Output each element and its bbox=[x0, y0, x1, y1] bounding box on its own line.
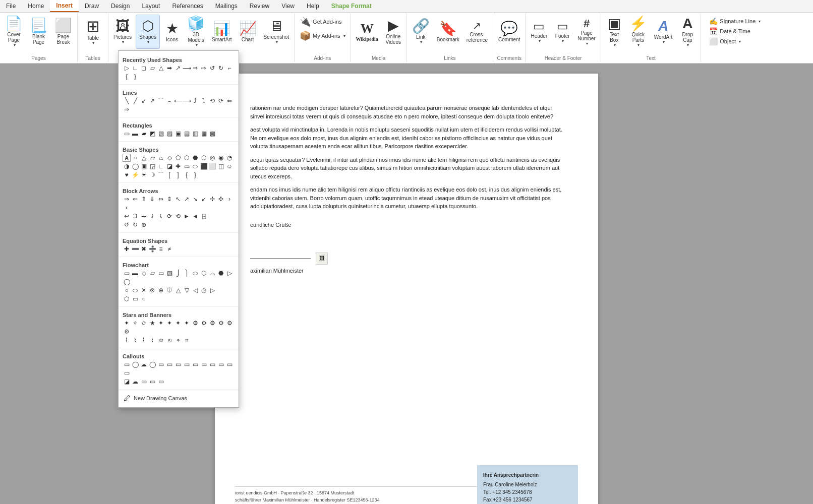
fc-cross[interactable]: ✕ bbox=[140, 286, 148, 294]
fc-multidoc[interactable]: ⎫ bbox=[183, 269, 191, 277]
rect-10[interactable]: ▦ bbox=[200, 130, 208, 138]
bs-decagon[interactable]: ◎ bbox=[208, 154, 216, 162]
co-r2[interactable]: ▭ bbox=[140, 377, 148, 386]
bs-arc[interactable]: ⌒ bbox=[157, 171, 165, 179]
fc-process[interactable]: ▭ bbox=[123, 269, 131, 277]
fc-extract[interactable]: ▽ bbox=[183, 286, 191, 294]
tab-insert[interactable]: Insert bbox=[50, 0, 79, 12]
3d-models-button[interactable]: 🧊 3DModels ▾ bbox=[184, 15, 208, 49]
banner-scroll-h[interactable]: ⌇ bbox=[131, 336, 139, 344]
line-arrow-l[interactable]: ⟵ bbox=[174, 97, 182, 105]
object-item[interactable]: ⬜ Object ▾ bbox=[707, 37, 763, 46]
table-button[interactable]: ⊞ Table ▾ bbox=[80, 15, 106, 49]
bs-lightning[interactable]: ⚡ bbox=[131, 171, 139, 179]
bs-frame[interactable]: ▣ bbox=[140, 162, 148, 170]
co-think[interactable]: ☁ bbox=[131, 377, 139, 386]
shape-corner[interactable]: ⌐ bbox=[225, 64, 234, 72]
co-accent-bar[interactable]: ▭ bbox=[208, 360, 216, 368]
tab-review[interactable]: Review bbox=[244, 0, 275, 12]
header-button[interactable]: ▭ Header ▾ bbox=[528, 15, 550, 49]
bs-pentagon[interactable]: ⬠ bbox=[174, 154, 182, 162]
bs-diag-stripe[interactable]: ◪ bbox=[165, 162, 173, 170]
ba-chevron-r[interactable]: › bbox=[225, 195, 234, 203]
co-r4[interactable]: ▭ bbox=[157, 377, 165, 386]
eq-divide[interactable]: ➗ bbox=[148, 245, 156, 253]
ba-dr[interactable]: ↘ bbox=[191, 195, 199, 203]
co-accent3[interactable]: ▭ bbox=[225, 360, 234, 368]
fc-stor[interactable]: ○ bbox=[123, 286, 131, 294]
tab-mailings[interactable]: Mailings bbox=[209, 0, 244, 12]
shape-angle[interactable]: ∟ bbox=[131, 64, 139, 72]
fc-alternate[interactable]: ▬ bbox=[131, 269, 139, 277]
ba-notch[interactable]: ⇁ bbox=[140, 212, 148, 220]
tab-file[interactable]: File bbox=[0, 0, 22, 12]
ba-right[interactable]: ⇒ bbox=[123, 195, 131, 203]
bs-hexagon[interactable]: ⬡ bbox=[183, 154, 191, 162]
fc-or[interactable]: ⊕ bbox=[157, 286, 165, 294]
bs-can[interactable]: ⬭ bbox=[191, 162, 199, 170]
fc-delay[interactable]: ▷ bbox=[225, 269, 234, 277]
ba-left[interactable]: ⇐ bbox=[131, 195, 139, 203]
signature-line-item[interactable]: ✍ Signature Line ▾ bbox=[707, 17, 763, 26]
bs-circle[interactable]: ○ bbox=[131, 154, 139, 162]
line-arrow-r[interactable]: ⟶ bbox=[183, 97, 191, 105]
shape-triangle[interactable]: △ bbox=[157, 64, 165, 72]
eq-notequal[interactable]: ≠ bbox=[165, 245, 173, 253]
rect-9[interactable]: ▥ bbox=[191, 130, 199, 138]
fc-db[interactable]: ⬭ bbox=[131, 286, 139, 294]
bs-donut[interactable]: ◉ bbox=[217, 154, 225, 162]
line-sw[interactable]: ↙ bbox=[140, 97, 148, 105]
bookmark-button[interactable]: 🔖 Bookmark bbox=[434, 15, 462, 49]
rect-11[interactable]: ▩ bbox=[208, 130, 216, 138]
shape-rect[interactable]: ▷ bbox=[123, 64, 131, 72]
ba-loop-r[interactable]: ⟳ bbox=[165, 212, 173, 220]
bs-brace-l[interactable]: { bbox=[183, 171, 191, 179]
shapes-button[interactable]: ⬡ Shapes ▾ bbox=[136, 15, 160, 49]
ribbon-1[interactable]: ⎊ bbox=[157, 336, 165, 344]
bs-bevel[interactable]: ⬜ bbox=[208, 162, 216, 170]
line-diag1[interactable]: ╲ bbox=[123, 97, 131, 105]
ba-penta[interactable]: ✣ bbox=[217, 195, 225, 203]
star-7[interactable]: ★ bbox=[148, 319, 156, 327]
co-accent[interactable]: ▭ bbox=[174, 360, 182, 368]
star-4[interactable]: ✦ bbox=[123, 319, 131, 327]
gear-16[interactable]: ⚙ bbox=[123, 328, 131, 336]
gear-6[interactable]: ⚙ bbox=[191, 319, 199, 327]
banner-scroll-v[interactable]: ⌇ bbox=[140, 336, 148, 344]
shape-arrow-ne[interactable]: ↗ bbox=[174, 64, 182, 72]
text-box-button[interactable]: ▣ TextBox ▾ bbox=[603, 15, 625, 49]
ba-ud[interactable]: ⇕ bbox=[165, 195, 173, 203]
comment-button[interactable]: 💬 Comment bbox=[495, 15, 523, 49]
eq-equal[interactable]: ≡ bbox=[157, 245, 165, 253]
star-12[interactable]: ✦ bbox=[174, 319, 182, 327]
tab-design[interactable]: Design bbox=[105, 0, 136, 12]
bs-text[interactable]: A bbox=[123, 154, 131, 162]
bs-heart[interactable]: ♥ bbox=[123, 171, 131, 179]
star-6[interactable]: ✩ bbox=[140, 319, 148, 327]
shape-parallelogram[interactable]: ▱ bbox=[148, 64, 156, 72]
bs-cross[interactable]: ✚ bbox=[174, 162, 182, 170]
co-quad[interactable]: ◪ bbox=[123, 377, 131, 386]
bs-bracket-r[interactable]: ] bbox=[174, 171, 182, 179]
fc-collate[interactable]: ⏁ bbox=[165, 286, 173, 294]
fc-display[interactable]: ▷ bbox=[208, 286, 216, 294]
line-loop-l[interactable]: ⟲ bbox=[208, 97, 216, 105]
gear-10[interactable]: ⚙ bbox=[208, 319, 216, 327]
bs-half-frame[interactable]: ◲ bbox=[148, 162, 156, 170]
chart-button[interactable]: 📈 Chart bbox=[236, 15, 260, 49]
shape-ccw[interactable]: ↺ bbox=[208, 64, 216, 72]
line-bend-dn[interactable]: ⤵ bbox=[200, 97, 208, 105]
ba-5[interactable]: ⊕ bbox=[140, 221, 148, 229]
ribbon-2[interactable]: ⎋ bbox=[165, 336, 173, 344]
fc-stored[interactable]: ◷ bbox=[200, 286, 208, 294]
ba-3[interactable]: ↺ bbox=[123, 221, 131, 229]
fc-decision[interactable]: ◇ bbox=[140, 269, 148, 277]
ba-quad[interactable]: ✢ bbox=[208, 195, 216, 203]
bs-cube[interactable]: ⬛ bbox=[200, 162, 208, 170]
fc-punch[interactable]: ▭ bbox=[131, 295, 139, 303]
bs-plaque[interactable]: ▭ bbox=[183, 162, 191, 170]
cross-reference-button[interactable]: ↗ Cross-reference bbox=[463, 15, 491, 49]
ba-ul[interactable]: ↖ bbox=[174, 195, 182, 203]
drop-cap-button[interactable]: A DropCap ▾ bbox=[676, 15, 699, 49]
rect-1[interactable]: ▭ bbox=[123, 130, 131, 138]
